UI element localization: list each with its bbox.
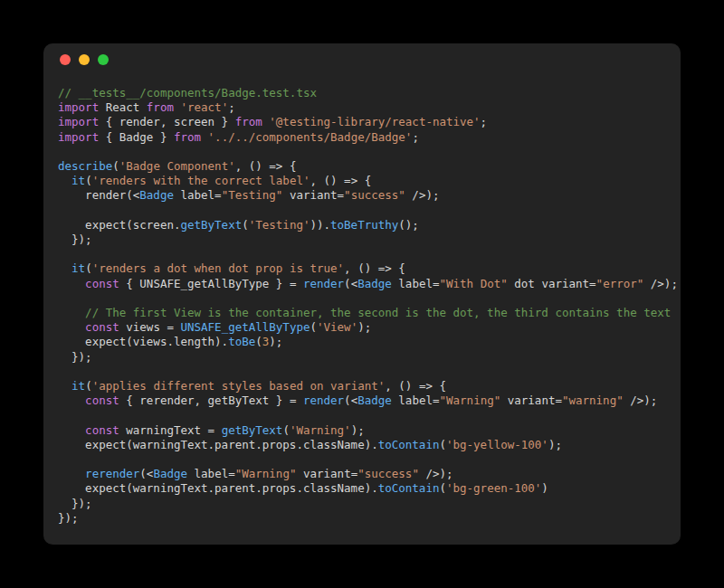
code-line: }); (58, 350, 679, 365)
code-line: const warningText = getByText('Warning')… (58, 423, 679, 438)
code-line: expect(warningText.parent.props.classNam… (58, 438, 679, 452)
code-line: rerender(<Badge label="Warning" variant=… (58, 467, 679, 481)
code-line: import { render, screen } from '@testing… (58, 115, 679, 129)
code-line: expect(screen.getByText('Testing')).toBe… (58, 218, 679, 232)
code-line (58, 408, 679, 422)
code-line: it('renders with the correct label', () … (58, 174, 679, 188)
code-line: expect(views.length).toBe(3); (58, 335, 679, 349)
code-editor-window: // __tests__/components/Badge.test.tsxim… (43, 43, 681, 545)
code-line (58, 145, 679, 159)
window-titlebar (43, 43, 681, 65)
code-line: import React from 'react'; (58, 100, 679, 115)
code-line: import { Badge } from '../../components/… (58, 130, 679, 145)
code-line: }); (58, 497, 679, 511)
code-line (58, 291, 679, 306)
code-line: const { rerender, getByText } = render(<… (58, 394, 679, 408)
code-line: it('renders a dot when dot prop is true'… (58, 261, 679, 276)
zoom-button[interactable] (98, 54, 109, 65)
code-line: const { UNSAFE_getAllByType } = render(<… (58, 277, 679, 291)
code-line (58, 365, 679, 379)
code-line: render(<Badge label="Testing" variant="s… (58, 188, 679, 203)
code-line (58, 247, 679, 261)
code-line: it('applies different styles based on va… (58, 379, 679, 394)
page-background: // __tests__/components/Badge.test.tsxim… (0, 0, 724, 588)
code-line: // The first View is the container, the … (58, 306, 679, 320)
code-area: // __tests__/components/Badge.test.tsxim… (58, 86, 679, 526)
code-line: const views = UNSAFE_getAllByType('View'… (58, 320, 679, 335)
code-line: }); (58, 232, 679, 247)
code-line: describe('Badge Component', () => { (58, 159, 679, 174)
code-line (58, 452, 679, 467)
code-line: // __tests__/components/Badge.test.tsx (58, 86, 679, 100)
close-button[interactable] (60, 54, 71, 65)
code-line: }); (58, 511, 679, 526)
code-line (58, 204, 679, 218)
minimize-button[interactable] (79, 54, 90, 65)
code-line: expect(warningText.parent.props.classNam… (58, 481, 679, 496)
